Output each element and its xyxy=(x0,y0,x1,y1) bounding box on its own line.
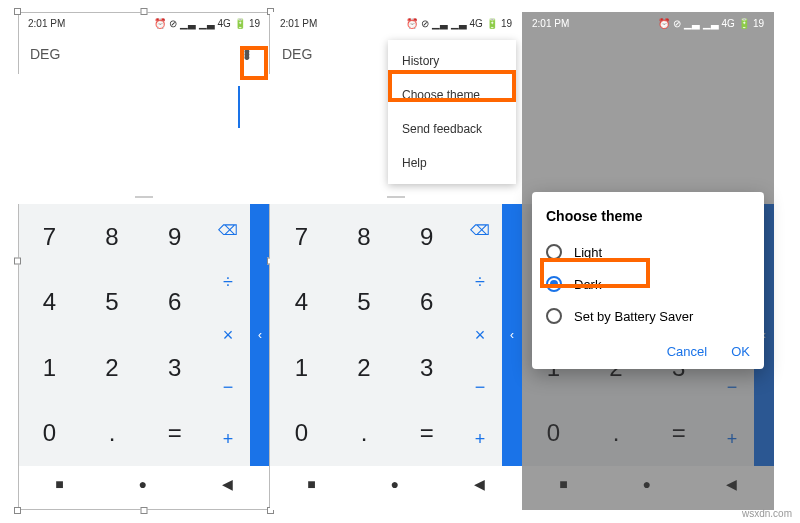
key-9[interactable]: 9 xyxy=(143,204,206,270)
advanced-panel-toggle[interactable]: ‹ xyxy=(502,204,522,466)
status-bar: 2:01 PM ⏰ ⊘ ▁▃ ▁▃ 4G 🔋19 xyxy=(270,12,522,34)
key-multiply[interactable]: × xyxy=(206,309,250,361)
back-button[interactable]: ◀ xyxy=(474,476,485,492)
clock: 2:01 PM xyxy=(28,18,65,29)
key-3[interactable]: 3 xyxy=(395,335,458,401)
key-multiply[interactable]: × xyxy=(458,309,502,361)
key-subtract[interactable]: − xyxy=(458,361,502,413)
key-1[interactable]: 1 xyxy=(270,335,333,401)
theme-label-light: Light xyxy=(574,245,602,260)
mode-label: DEG xyxy=(30,46,60,62)
recent-apps-button[interactable]: ■ xyxy=(307,476,315,492)
cancel-button[interactable]: Cancel xyxy=(667,344,707,359)
status-bar: 2:01 PM ⏰ ⊘ ▁▃ ▁▃ 4G 🔋19 xyxy=(522,12,774,34)
key-6[interactable]: 6 xyxy=(395,270,458,336)
key-1[interactable]: 1 xyxy=(18,335,81,401)
status-icons: ⏰ ⊘ ▁▃ ▁▃ 4G 🔋19 xyxy=(658,18,764,29)
status-icons: ⏰ ⊘ ▁▃ ▁▃ 4G 🔋19 xyxy=(154,18,260,29)
home-button[interactable]: ● xyxy=(391,476,399,492)
theme-option-dark[interactable]: Dark xyxy=(546,268,750,300)
theme-label-dark: Dark xyxy=(574,277,601,292)
dialog-title: Choose theme xyxy=(546,208,750,224)
menu-history[interactable]: History xyxy=(388,44,516,78)
theme-option-light[interactable]: Light xyxy=(546,236,750,268)
key-backspace[interactable]: ⌫ xyxy=(206,204,250,256)
status-bar: 2:01 PM ⏰ ⊘ ▁▃ ▁▃ 4G 🔋19 xyxy=(18,12,270,34)
key-equals[interactable]: = xyxy=(395,401,458,467)
drag-handle xyxy=(135,196,153,198)
menu-choose-theme[interactable]: Choose theme xyxy=(388,78,516,112)
key-5[interactable]: 5 xyxy=(81,270,144,336)
key-4[interactable]: 4 xyxy=(18,270,81,336)
clock: 2:01 PM xyxy=(280,18,317,29)
key-8[interactable]: 8 xyxy=(333,204,396,270)
radio-icon xyxy=(546,244,562,260)
watermark: wsxdn.com xyxy=(742,508,792,519)
key-backspace[interactable]: ⌫ xyxy=(458,204,502,256)
home-button[interactable]: ● xyxy=(139,476,147,492)
menu-feedback[interactable]: Send feedback xyxy=(388,112,516,146)
key-7[interactable]: 7 xyxy=(270,204,333,270)
screenshot-2: 2:01 PM ⏰ ⊘ ▁▃ ▁▃ 4G 🔋19 DEG 7 8 9 4 5 6… xyxy=(270,12,522,510)
key-equals[interactable]: = xyxy=(143,401,206,467)
key-7[interactable]: 7 xyxy=(18,204,81,270)
mode-row: DEG ••• xyxy=(18,34,270,74)
choose-theme-dialog: Choose theme Light Dark Set by Battery S… xyxy=(532,192,764,369)
screenshot-1: 2:01 PM ⏰ ⊘ ▁▃ ▁▃ 4G 🔋19 DEG ••• 7 8 9 4… xyxy=(18,12,270,510)
key-2[interactable]: 2 xyxy=(81,335,144,401)
key-dot[interactable]: . xyxy=(81,401,144,467)
ok-button[interactable]: OK xyxy=(731,344,750,359)
key-divide[interactable]: ÷ xyxy=(458,256,502,308)
key-3[interactable]: 3 xyxy=(143,335,206,401)
key-5[interactable]: 5 xyxy=(333,270,396,336)
screenshot-3: 2:01 PM ⏰ ⊘ ▁▃ ▁▃ 4G 🔋19 ••• 7 8 9 4 5 6… xyxy=(522,12,774,510)
overflow-menu: History Choose theme Send feedback Help xyxy=(388,40,516,184)
key-8[interactable]: 8 xyxy=(81,204,144,270)
status-icons: ⏰ ⊘ ▁▃ ▁▃ 4G 🔋19 xyxy=(406,18,512,29)
key-4[interactable]: 4 xyxy=(270,270,333,336)
nav-bar: ■ ● ◀ xyxy=(270,466,522,502)
calculator-display[interactable] xyxy=(18,74,270,204)
menu-help[interactable]: Help xyxy=(388,146,516,180)
key-9[interactable]: 9 xyxy=(395,204,458,270)
mode-label: DEG xyxy=(282,46,312,62)
text-cursor xyxy=(238,86,240,128)
key-0[interactable]: 0 xyxy=(18,401,81,467)
key-add[interactable]: + xyxy=(206,414,250,466)
theme-label-battery: Set by Battery Saver xyxy=(574,309,693,324)
recent-apps-button[interactable]: ■ xyxy=(55,476,63,492)
key-2[interactable]: 2 xyxy=(333,335,396,401)
theme-option-battery[interactable]: Set by Battery Saver xyxy=(546,300,750,332)
clock: 2:01 PM xyxy=(532,18,569,29)
keypad: 7 8 9 4 5 6 1 2 3 0 . = ⌫ ÷ × − + ‹ xyxy=(270,204,522,466)
back-button[interactable]: ◀ xyxy=(222,476,233,492)
key-subtract[interactable]: − xyxy=(206,361,250,413)
key-dot[interactable]: . xyxy=(333,401,396,467)
keypad: 7 8 9 4 5 6 1 2 3 0 . = ⌫ ÷ × − + ‹ xyxy=(18,204,270,466)
overflow-menu-button[interactable]: ••• xyxy=(236,46,258,63)
advanced-panel-toggle[interactable]: ‹ xyxy=(250,204,270,466)
radio-icon xyxy=(546,308,562,324)
key-0[interactable]: 0 xyxy=(270,401,333,467)
key-6[interactable]: 6 xyxy=(143,270,206,336)
nav-bar: ■ ● ◀ xyxy=(18,466,270,502)
key-divide[interactable]: ÷ xyxy=(206,256,250,308)
drag-handle xyxy=(387,196,405,198)
radio-icon-checked xyxy=(546,276,562,292)
key-add[interactable]: + xyxy=(458,414,502,466)
